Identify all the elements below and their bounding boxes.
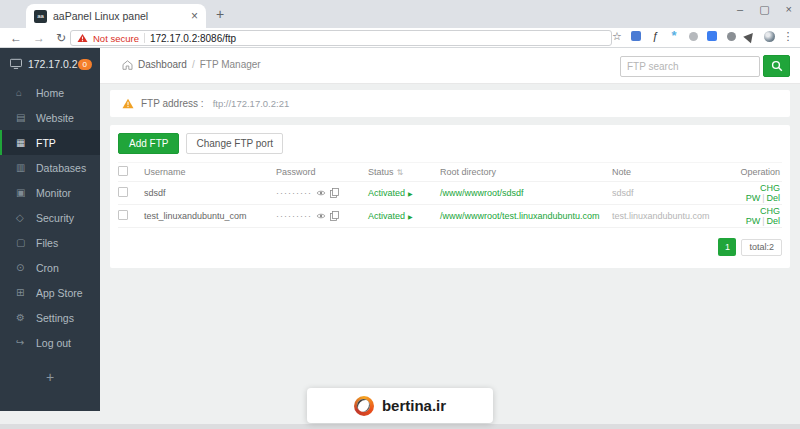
not-secure-warning-icon bbox=[77, 33, 88, 43]
extension-icon-6[interactable] bbox=[725, 30, 737, 42]
operation-separator: | bbox=[762, 216, 764, 226]
url-text: 172.17.0.2:8086/ftp bbox=[150, 33, 236, 44]
ftp-manager-card: Add FTP Change FTP port Username Passwor… bbox=[110, 125, 790, 268]
home-icon: ⌂ bbox=[16, 87, 29, 98]
row-checkbox[interactable] bbox=[118, 187, 128, 197]
copy-password-icon[interactable] bbox=[330, 211, 339, 221]
root-directory-link[interactable]: /www/wwwroot/sdsdf bbox=[440, 188, 524, 198]
breadcrumb-current: FTP Manager bbox=[200, 59, 261, 70]
toolbar: Add FTP Change FTP port bbox=[118, 133, 782, 154]
operation-separator: | bbox=[762, 193, 764, 203]
reload-icon[interactable]: ↻ bbox=[56, 31, 66, 45]
delete-link[interactable]: Del bbox=[766, 216, 780, 226]
show-password-eye-icon[interactable] bbox=[316, 212, 326, 220]
sidebar-item-home[interactable]: ⌂ Home bbox=[0, 80, 100, 105]
sidebar-item-label: Website bbox=[36, 112, 74, 124]
address-bar[interactable]: Not secure 172.17.0.2:8086/ftp bbox=[70, 30, 612, 46]
extension-icon-1[interactable] bbox=[630, 30, 642, 42]
copy-password-icon[interactable] bbox=[330, 188, 339, 198]
row-checkbox[interactable] bbox=[118, 210, 128, 220]
ftp-status[interactable]: Activated▶ bbox=[368, 188, 440, 198]
ftp-address-label: FTP address : bbox=[141, 98, 204, 109]
ftp-row: sdsdf ········· Activated▶ /www/wwwroot/… bbox=[118, 182, 782, 205]
tab-title: aaPanel Linux panel bbox=[53, 10, 185, 22]
pagination: 1 total:2 bbox=[118, 228, 782, 260]
browser-tab[interactable]: aa aaPanel Linux panel × bbox=[26, 4, 206, 28]
ftp-icon: ▦ bbox=[16, 137, 29, 148]
extension-icon-4[interactable] bbox=[687, 30, 699, 42]
sort-icon[interactable]: ⇅ bbox=[397, 168, 404, 177]
forward-icon[interactable]: → bbox=[33, 31, 45, 45]
sidebar-item-ftp[interactable]: ▦ FTP bbox=[0, 130, 100, 155]
extension-icon-7[interactable] bbox=[744, 30, 756, 42]
monitor-icon: ▣ bbox=[16, 187, 29, 198]
search-button[interactable] bbox=[763, 55, 790, 77]
extension-icon-5[interactable] bbox=[706, 30, 718, 42]
table-header-row: Username Password Status⇅ Root directory… bbox=[118, 162, 782, 182]
back-icon[interactable]: ← bbox=[10, 31, 22, 45]
header-note: Note bbox=[612, 167, 730, 177]
sidebar-item-website[interactable]: ▤ Website bbox=[0, 105, 100, 130]
show-password-eye-icon[interactable] bbox=[316, 189, 326, 197]
sidebar: 172.17.0.2 0 ⌂ Home ▤ Website ▦ FTP ▥ Da… bbox=[0, 48, 100, 411]
window-close-button[interactable]: × bbox=[786, 2, 792, 16]
server-ip: 172.17.0.2 bbox=[28, 58, 78, 70]
breadcrumb-dashboard-link[interactable]: Dashboard bbox=[138, 59, 187, 70]
sidebar-item-monitor[interactable]: ▣ Monitor bbox=[0, 180, 100, 205]
page-1-button[interactable]: 1 bbox=[718, 238, 736, 256]
databases-icon: ▥ bbox=[16, 162, 29, 173]
header-operation: Operation bbox=[730, 167, 782, 177]
breadcrumb-separator: / bbox=[192, 59, 195, 70]
sidebar-item-databases[interactable]: ▥ Databases bbox=[0, 155, 100, 180]
window-restore-button[interactable]: ▢ bbox=[759, 2, 769, 16]
sidebar-item-app-store[interactable]: ⊞ App Store bbox=[0, 280, 100, 305]
sidebar-item-label: Cron bbox=[36, 262, 59, 274]
sidebar-item-label: Monitor bbox=[36, 187, 71, 199]
browser-menu-icon[interactable]: ⋮ bbox=[782, 30, 794, 42]
extension-icon-2[interactable]: ƒ bbox=[649, 30, 661, 42]
app-store-icon: ⊞ bbox=[16, 287, 29, 298]
header-status: Status⇅ bbox=[368, 167, 440, 177]
delete-link[interactable]: Del bbox=[766, 193, 780, 203]
sidebar-item-files[interactable]: ▢ Files bbox=[0, 230, 100, 255]
change-ftp-port-button[interactable]: Change FTP port bbox=[186, 133, 283, 154]
tab-favicon-icon: aa bbox=[34, 10, 47, 23]
status-play-icon: ▶ bbox=[408, 191, 413, 197]
sidebar-add-button[interactable]: + bbox=[0, 369, 100, 385]
tab-close-icon[interactable]: × bbox=[191, 9, 198, 23]
profile-avatar-icon[interactable] bbox=[763, 30, 775, 42]
security-status: Not secure bbox=[93, 33, 139, 44]
ftp-search-input[interactable] bbox=[620, 56, 760, 77]
add-ftp-button[interactable]: Add FTP bbox=[118, 133, 179, 154]
new-tab-button[interactable]: + bbox=[216, 6, 224, 22]
extension-icon-3[interactable]: * bbox=[668, 30, 680, 42]
sidebar-item-cron[interactable]: ⊙ Cron bbox=[0, 255, 100, 280]
browser-tabbar: aa aaPanel Linux panel × + – ▢ × bbox=[0, 0, 800, 28]
message-count-badge[interactable]: 0 bbox=[78, 59, 92, 70]
select-all-checkbox[interactable] bbox=[118, 166, 128, 176]
sidebar-item-security[interactable]: ◇ Security bbox=[0, 205, 100, 230]
sidebar-item-label: Databases bbox=[36, 162, 86, 174]
search-icon bbox=[771, 60, 783, 72]
sidebar-item-label: Log out bbox=[36, 337, 71, 349]
status-play-icon: ▶ bbox=[408, 214, 413, 220]
cron-clock-icon: ⊙ bbox=[16, 262, 29, 273]
server-monitor-icon bbox=[10, 58, 22, 70]
bookmark-star-icon[interactable]: ☆ bbox=[611, 30, 623, 42]
settings-gear-icon: ⚙ bbox=[16, 312, 29, 323]
ftp-status[interactable]: Activated▶ bbox=[368, 211, 440, 221]
bottom-strip bbox=[0, 424, 800, 429]
sidebar-item-settings[interactable]: ⚙ Settings bbox=[0, 305, 100, 330]
sidebar-item-log-out[interactable]: ↪ Log out bbox=[0, 330, 100, 355]
divider bbox=[144, 33, 145, 43]
bertina-logo-icon bbox=[354, 396, 374, 416]
page-total: total:2 bbox=[741, 239, 782, 256]
window-minimize-button[interactable]: – bbox=[737, 2, 743, 16]
root-directory-link[interactable]: /www/wwwroot/test.linuxandubuntu.com bbox=[440, 211, 600, 221]
ftp-row: test_linuxandubuntu_com ········· Activa… bbox=[118, 205, 782, 228]
security-shield-icon: ◇ bbox=[16, 212, 29, 223]
ftp-username: sdsdf bbox=[144, 188, 276, 198]
sidebar-item-label: Home bbox=[36, 87, 64, 99]
sidebar-item-label: App Store bbox=[36, 287, 83, 299]
ftp-note: test.linuxandubuntu.com bbox=[612, 211, 730, 221]
